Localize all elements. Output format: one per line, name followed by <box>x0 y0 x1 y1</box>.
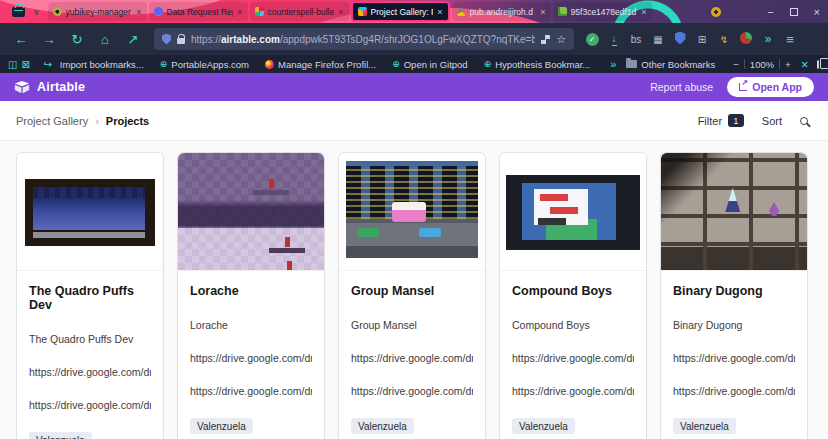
zoom-level[interactable]: 100% <box>750 59 774 70</box>
tab-close-icon[interactable]: × <box>338 7 343 17</box>
card-link-field[interactable]: https://drive.google.com/drive... <box>351 385 473 397</box>
firefox-view-icon[interactable] <box>12 7 25 17</box>
external-link-icon <box>739 83 747 91</box>
send-tab-icon[interactable]: ↗ <box>120 32 146 47</box>
card-attachment-image <box>178 153 324 271</box>
card-title: Lorache <box>190 284 312 298</box>
bookmark-gitpod[interactable]: ⊕ Open in Gitpod <box>386 59 473 70</box>
card-title: Compound Boys <box>512 284 634 298</box>
bookmark-firefox-profile[interactable]: Manage Firefox Profil... <box>259 59 382 70</box>
extension-red-icon[interactable] <box>736 32 756 46</box>
filter-button[interactable]: Filter 1 <box>698 114 744 127</box>
card-link-field[interactable]: https://drive.google.com/drive... <box>512 385 634 397</box>
bookmark-import[interactable]: ↪ Import bookmarks... <box>34 59 150 70</box>
card-link-field[interactable]: https://drive.google.com/drive... <box>190 352 312 364</box>
tracking-protection-shield-icon[interactable] <box>162 34 171 45</box>
card-title: Binary Dugong <box>673 284 795 298</box>
card-attachment-image <box>17 153 163 271</box>
project-card[interactable]: Compound Boys Compound Boys https://driv… <box>499 152 647 439</box>
tab-yubikey-manager[interactable]: yubikey-manager × <box>48 2 147 21</box>
city-badge: Valenzuela <box>29 432 92 439</box>
reload-icon[interactable]: ↻ <box>64 32 90 47</box>
tab-title: pub.andreijiroh.d <box>470 7 537 17</box>
minimize-button[interactable]: − <box>767 6 773 18</box>
card-attachment-image <box>500 153 646 271</box>
tab-project-gallery-active[interactable]: Project Gallery: Pr × <box>351 1 450 22</box>
project-card[interactable]: Lorache Lorache https://drive.google.com… <box>177 152 325 439</box>
tab-close-icon[interactable]: × <box>641 7 646 17</box>
extension-bs-icon[interactable]: bs <box>626 34 646 45</box>
card-link-field[interactable]: https://drive.google.com/drive... <box>512 352 634 364</box>
sidebar-panel-icon[interactable]: ◫ <box>8 59 17 70</box>
extension-download-icon[interactable]: ↓ <box>604 33 624 46</box>
profile-avatar[interactable] <box>711 7 721 17</box>
extension-lightning-icon[interactable]: ↯ <box>714 34 734 45</box>
card-link-field[interactable]: https://drive.google.com/drive... <box>29 366 151 378</box>
card-title: Group Mansel <box>351 284 473 298</box>
tab-close-icon[interactable]: × <box>237 7 242 17</box>
bookmarks-overflow-icon[interactable]: » <box>610 58 616 70</box>
card-title: The Quadro Puffs Dev <box>29 284 151 312</box>
breadcrumb-gallery[interactable]: Project Gallery <box>16 115 88 127</box>
https-lock-icon[interactable] <box>177 38 185 44</box>
tab-close-icon[interactable]: × <box>136 7 141 17</box>
card-name-field: Compound Boys <box>512 319 634 331</box>
new-tab-button[interactable]: + <box>662 4 670 19</box>
card-link-field[interactable]: https://drive.google.com/drive... <box>673 352 795 364</box>
tab-counterspell[interactable]: counterspell-bulle × <box>250 2 349 21</box>
browser-tab-bar: ∨ yubikey-manager × Data Request Rep × c… <box>0 0 828 23</box>
bookmarks-bar: ◫ ⊠ ↪ Import bookmarks... ⊕ PortableApps… <box>0 55 828 73</box>
card-link-field[interactable]: https://drive.google.com/drive... <box>673 385 795 397</box>
card-link-field[interactable]: https://drive.google.com/drive... <box>29 399 151 411</box>
sort-button[interactable]: Sort <box>762 115 782 127</box>
forward-icon[interactable]: → <box>36 32 62 47</box>
hamburger-menu-icon[interactable]: ≡ <box>780 32 800 47</box>
browser-nav-bar: ← → ↻ ⌂ ↗ https://airtable.com/appdpwk5T… <box>0 23 828 55</box>
tab-data-request[interactable]: Data Request Rep × <box>149 2 248 21</box>
zoom-in-button[interactable]: + <box>785 59 791 70</box>
close-small-icon[interactable]: ✕ <box>801 59 809 70</box>
airtable-favicon <box>358 7 367 16</box>
copy-icon[interactable] <box>817 60 819 69</box>
url-bar[interactable]: https://airtable.com/appdpwk5T93TsDg4R/s… <box>154 28 574 50</box>
project-card[interactable]: Binary Dugong Binary Dugong https://driv… <box>660 152 808 439</box>
tab-close-icon[interactable]: × <box>437 7 442 17</box>
toolbar-overflow-icon[interactable]: » <box>758 32 778 46</box>
tab-close-icon[interactable]: × <box>540 7 545 17</box>
extension-grid-icon[interactable]: ⊞ <box>692 34 712 45</box>
bookmark-star-icon[interactable]: ☆ <box>556 33 566 46</box>
card-name-field: Lorache <box>190 319 312 331</box>
card-link-field[interactable]: https://drive.google.com/drive... <box>351 352 473 364</box>
breadcrumb-separator: › <box>95 115 99 127</box>
tabs-dropdown-chevron-icon[interactable]: ∨ <box>33 7 40 17</box>
project-card[interactable]: Group Mansel Group Mansel https://drive.… <box>338 152 486 439</box>
other-bookmarks-folder[interactable]: Other Bookmarks <box>620 59 721 70</box>
extension-qr-icon[interactable]: ▦ <box>648 34 668 45</box>
zoom-out-button[interactable]: − <box>733 59 739 70</box>
extension-shield-icon[interactable] <box>670 32 690 47</box>
pixel-identicon-favicon <box>558 7 567 16</box>
airtable-header: Airtable Report abuse Open App <box>0 73 828 101</box>
project-card[interactable]: The Quadro Puffs Dev The Quadro Puffs De… <box>16 152 164 439</box>
city-badge: Valenzuela <box>351 418 414 434</box>
bookmark-hypothesis[interactable]: ⊕ Hypothesis Bookmar... <box>478 59 597 70</box>
search-icon[interactable] <box>800 117 808 125</box>
tab-95f3ce[interactable]: 95f3ce1478edf1d × <box>553 2 652 21</box>
tab-title: 95f3ce1478edf1d <box>571 7 638 17</box>
back-icon[interactable]: ← <box>8 32 34 47</box>
open-app-button[interactable]: Open App <box>727 77 814 97</box>
report-abuse-link[interactable]: Report abuse <box>650 81 713 93</box>
container-tab-icon[interactable] <box>541 35 550 44</box>
restore-button[interactable] <box>790 8 798 16</box>
url-text[interactable]: https://airtable.com/appdpwk5T93TsDg4R/s… <box>191 34 535 45</box>
filter-count-badge: 1 <box>728 114 744 127</box>
city-badge: Valenzuela <box>512 418 575 434</box>
bookmark-portableapps[interactable]: ⊕ PortableApps.com <box>154 59 255 70</box>
card-link-field[interactable]: https://drive.google.com/drive... <box>190 385 312 397</box>
home-icon[interactable]: ⌂ <box>92 32 118 47</box>
tab-pub-andreijiroh[interactable]: pub.andreijiroh.d × <box>452 2 551 21</box>
extension-privacy-icon[interactable]: ✓ <box>582 33 602 46</box>
window-close-button[interactable]: × <box>814 6 820 18</box>
airtable-brand: Airtable <box>37 80 85 94</box>
flag-icon[interactable]: ⊠ <box>21 59 29 70</box>
